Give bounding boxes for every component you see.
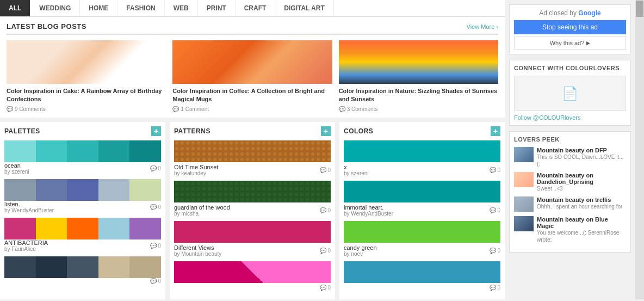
nav-item-fashion[interactable]: FASHION [117,0,164,16]
blog-post-comments-1: 💬 1 Comment [172,106,332,112]
patterns-add-button[interactable]: + [321,126,331,136]
twitter-placeholder: 📄 [514,76,626,111]
stop-ad-button[interactable]: Stop seeing this ad [514,20,626,34]
lover-title-3[interactable]: Mountain beauty on Blue Magic [537,216,626,229]
pattern-swatch-0[interactable] [174,140,331,162]
color-author-0: by szereni [344,170,369,176]
lover-info-2: Mountain beauty on trellis Ohhh, I spent… [537,196,626,210]
pattern-author-0: by kealundey [174,170,218,176]
comment-icon-1: 💬 [172,106,179,112]
lover-desc-2: Ohhh, I spent an hour searching for [537,203,626,210]
palette-item-2: ANTIBACTERIA by FaunAlice 💬0 [4,218,161,252]
blog-view-more[interactable]: View More › [467,23,498,30]
pattern-swatch-3[interactable] [174,261,331,283]
colors-add-button[interactable]: + [491,126,500,136]
blog-post-comments-0: 💬 9 Comments [7,106,166,112]
pattern-item-2: Different Views by Mountain beauty 💬0 [174,221,331,257]
blog-post-title-0[interactable]: Color Inspiration in Cake: A Rainbow Arr… [7,87,166,104]
pattern-comments-2: 💬0 [320,248,331,254]
nav-item-wedding[interactable]: WEDDING [30,0,80,16]
comment-icon-2: 💬 [339,106,345,112]
lover-title-0[interactable]: Mountain beauty on DFP [537,147,626,153]
color-author-2: by noev [344,251,377,257]
nav-item-digital-art[interactable]: DIGITAL ART [275,0,333,16]
palette-name-1[interactable]: listen. [4,201,54,207]
nav-item-home[interactable]: HOME [80,0,117,16]
lover-info-0: Mountain beauty on DFP This is SO COOL, … [537,147,626,168]
ad-closed-text: Ad closed by Google [514,9,626,17]
palettes-add-button[interactable]: + [151,126,161,136]
pattern-item-1: guardian of the wood by micsha 💬0 [174,181,331,217]
palette-swatch-0[interactable] [4,140,161,162]
color-author-1: by WendyAndBuster [344,211,393,217]
blog-section-title: LATEST BLOG POSTS [7,22,86,30]
color-comments-1: 💬0 [490,207,500,213]
color-name-1[interactable]: immortal heart. [344,204,393,211]
palette-swatch-1[interactable] [4,179,161,201]
lover-item-2: Mountain beauty on trellis Ohhh, I spent… [514,196,626,212]
pattern-name-1[interactable]: guardian of the wood [174,204,230,211]
lover-thumb-1 [514,172,534,187]
pattern-author-2: by Mountain beauty [174,251,221,257]
lover-thumb-0 [514,147,534,162]
patterns-title: PATTERNS [174,127,210,135]
lover-thumb-2 [514,196,534,212]
lover-thumb-3 [514,216,534,231]
lover-title-2[interactable]: Mountain beauty on trellis [537,196,626,203]
color-name-2[interactable]: candy green [344,244,377,251]
color-swatch-1[interactable] [344,181,500,202]
palette-item-1: listen. by WendyAndBuster 💬0 [4,179,161,213]
connect-section: CONNECT WITH COLOURLOVERS 📄 Follow @COLO… [509,60,631,126]
color-swatch-3[interactable] [344,261,500,283]
pattern-name-2[interactable]: Different Views [174,244,221,251]
palette-comments-2: 💬0 [150,243,161,249]
ad-section: Ad closed by Google Stop seeing this ad … [509,4,631,54]
blog-post-comments-2: 💬 3 Comments [339,106,498,112]
color-swatch-2[interactable] [344,221,500,243]
why-ad-button[interactable]: Why this ad? ▶ [514,36,626,50]
pattern-comments-3: 💬0 [320,285,331,291]
palettes-section: PALETTES + ocean by szereni 💬0 listen. b… [0,122,165,299]
pattern-swatch-2[interactable] [174,221,331,243]
comment-icon-0: 💬 [7,106,13,112]
palette-author-1: by WendyAndBuster [4,207,54,213]
color-name-0[interactable]: x [344,164,369,170]
colors-section: COLORS + x by szereni 💬0 immortal heart.… [339,122,505,299]
pattern-comments-1: 💬0 [320,207,331,213]
nav-item-all[interactable]: ALL [0,0,30,16]
lover-item-3: Mountain beauty on Blue Magic You are we… [514,216,626,243]
blog-post-2: Color Inspiration in Nature: Sizzling Sh… [339,40,498,112]
pattern-swatch-1[interactable] [174,181,331,202]
connect-title: CONNECT WITH COLOURLOVERS [514,65,626,71]
lover-item-1: Mountain beauty on Dandelion_Uprising Sw… [514,172,626,192]
twitter-icon: 📄 [562,86,578,101]
color-item-3: 💬0 [344,261,500,291]
scrollbar-thumb[interactable] [636,1,643,17]
follow-link[interactable]: Follow @COLOURlovers [514,114,626,121]
nav-item-craft[interactable]: CRAFT [236,0,276,16]
blog-post-0: Color Inspiration in Cake: A Rainbow Arr… [7,40,166,112]
blog-section: LATEST BLOG POSTS View More › Color Insp… [0,17,505,118]
palette-item-3: 💬0 [4,256,161,284]
nav-bar: ALLWEDDINGHOMEFASHIONWEBPRINTCRAFTDIGITA… [0,0,505,17]
blog-post-title-2[interactable]: Color Inspiration in Nature: Sizzling Sh… [339,87,498,104]
nav-item-print[interactable]: PRINT [198,0,236,16]
blog-post-image-1 [172,40,332,84]
lover-desc-1: Sweet ..<3 [537,185,626,192]
blog-post-title-1[interactable]: Color Inspiration in Coffee: A Collectio… [172,87,332,104]
color-item-0: x by szereni 💬0 [344,140,500,176]
palette-name-0[interactable]: ocean [4,162,29,169]
pattern-item-3: 💬0 [174,261,331,291]
lover-desc-3: You are welcome...(: SerenniRose wrote: [537,229,626,243]
palette-swatch-3[interactable] [4,256,161,278]
lover-title-1[interactable]: Mountain beauty on Dandelion_Uprising [537,172,626,185]
blog-post-image-0 [7,40,166,84]
pattern-author-1: by micsha [174,211,230,217]
nav-item-web[interactable]: WEB [165,0,198,16]
palette-swatch-2[interactable] [4,218,161,239]
color-swatch-0[interactable] [344,140,500,162]
palette-name-2[interactable]: ANTIBACTERIA [4,239,48,246]
palette-author-0: by szereni [4,169,29,175]
pattern-name-0[interactable]: Old Time Sunset [174,164,218,170]
scrollbar[interactable] [635,0,644,299]
